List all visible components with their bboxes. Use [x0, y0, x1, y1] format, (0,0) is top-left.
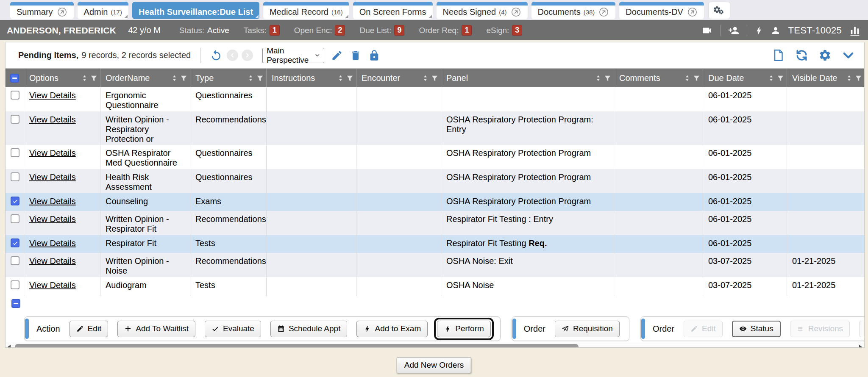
panel-title: Pending Items,	[18, 50, 78, 60]
column-header-instructions[interactable]: Instructions	[267, 69, 356, 87]
evaluate-button[interactable]: Evaluate	[205, 321, 261, 337]
filter-icon	[90, 74, 97, 82]
cell-visible-date	[787, 145, 864, 169]
tab-medical-record[interactable]: Medical Record(16)	[263, 2, 349, 19]
column-header-panel[interactable]: Panel	[441, 69, 614, 87]
horizontal-scrollbar[interactable]	[6, 343, 864, 348]
lock-icon[interactable]	[368, 50, 380, 61]
column-label: Encounter	[362, 73, 422, 83]
external-link-icon[interactable]	[511, 7, 521, 17]
gear-icon[interactable]	[818, 49, 832, 62]
cell-panel	[441, 87, 614, 111]
cell-comments	[614, 169, 703, 193]
tab-on-screen-forms[interactable]: On Screen Forms	[353, 2, 433, 19]
select-all-checkbox[interactable]	[10, 74, 19, 83]
undo-icon[interactable]	[210, 49, 223, 62]
external-link-icon[interactable]	[687, 7, 698, 17]
edit-button[interactable]: Edit	[70, 321, 108, 337]
column-header-encounter[interactable]: Encounter	[356, 69, 441, 87]
row-checkbox[interactable]	[11, 172, 19, 181]
scroll-left-arrow[interactable]	[8, 345, 11, 348]
select-all-footer-checkbox[interactable]	[11, 299, 20, 308]
perform-button[interactable]: Perform	[437, 321, 491, 337]
cell-type: Tests	[190, 277, 267, 296]
counter-badge: 3	[512, 25, 522, 36]
video-camera-icon[interactable]	[701, 25, 713, 36]
refresh-icon[interactable]	[795, 49, 808, 62]
collapse-chevron-icon[interactable]	[842, 49, 855, 62]
column-header-options[interactable]: Options	[24, 69, 100, 87]
tab-summary[interactable]: Summary	[10, 2, 74, 19]
tab-label: Admin	[84, 7, 108, 17]
add-to-exam-button[interactable]: Add to Exam	[356, 321, 428, 337]
view-details-link[interactable]: View Details	[29, 115, 76, 124]
view-details-link[interactable]: View Details	[29, 148, 76, 158]
cell-comments	[614, 87, 703, 111]
status-button[interactable]: Status	[732, 321, 781, 337]
tab-admin[interactable]: Admin(17)	[78, 2, 128, 19]
counter-esign[interactable]: eSign:3	[486, 25, 522, 36]
new-document-icon[interactable]	[772, 49, 785, 62]
counter-tasks[interactable]: Tasks:1	[244, 25, 280, 36]
perspective-select[interactable]: Main Perspective	[262, 48, 324, 63]
view-details-link[interactable]: View Details	[29, 197, 76, 206]
external-link-icon[interactable]	[57, 7, 67, 17]
external-link-icon[interactable]	[598, 7, 609, 17]
cell-encounter	[356, 169, 441, 193]
cell-panel: Respirator Fit Testing Req.	[441, 235, 614, 253]
requisition-button[interactable]: Requisition	[555, 321, 620, 337]
prev-page-button[interactable]	[227, 50, 238, 61]
sort-icon	[768, 74, 775, 82]
pending-items-panel: Pending Items, 9 records, 2 records sele…	[5, 42, 865, 348]
edit-perspective-icon[interactable]	[331, 50, 343, 61]
add-person-icon[interactable]	[727, 25, 740, 36]
view-details-link[interactable]: View Details	[29, 172, 76, 182]
row-checkbox[interactable]	[11, 214, 19, 223]
tab-documents[interactable]: Documents(38)	[531, 2, 616, 19]
add-new-orders-button[interactable]: Add New Orders	[397, 357, 471, 373]
row-checkbox[interactable]	[11, 256, 19, 265]
tab-documents-dv[interactable]: Documents-DV	[619, 2, 704, 19]
counter-order-req[interactable]: Order Req:1	[419, 25, 472, 36]
counter-open-enc[interactable]: Open Enc:2	[294, 25, 345, 36]
tab-label: Needs Signed	[443, 7, 496, 17]
button-label: Add to Exam	[375, 324, 421, 333]
column-header-comments[interactable]: Comments	[614, 69, 703, 87]
schedule-appt-button[interactable]: Schedule Appt	[270, 321, 348, 337]
tab-settings-button[interactable]	[708, 2, 730, 19]
row-checkbox[interactable]	[11, 91, 19, 100]
delete-perspective-icon[interactable]	[350, 50, 362, 61]
row-checkbox[interactable]	[11, 238, 19, 247]
view-details-link[interactable]: View Details	[29, 238, 76, 248]
column-header-visible-date[interactable]: Visible Date	[787, 69, 864, 87]
counter-due-list[interactable]: Due List:9	[359, 25, 404, 36]
bolt-icon[interactable]	[754, 25, 763, 36]
tab-needs-signed[interactable]: Needs Signed(4)	[437, 2, 528, 19]
cell-order-name: Ergonomic Questionnaire	[100, 87, 190, 111]
tab-label: Documents-DV	[626, 7, 683, 17]
tab-bar: SummaryAdmin(17)Health Surveillance:Due …	[0, 0, 868, 20]
next-page-button[interactable]	[242, 50, 253, 61]
cell-type: Recommendations	[190, 211, 267, 235]
row-checkbox[interactable]	[11, 148, 19, 157]
tab-health-surveillance-due-list[interactable]: Health Surveillance:Due List	[132, 2, 259, 19]
column-label: Instructions	[272, 73, 337, 83]
view-details-link[interactable]: View Details	[29, 214, 76, 224]
chevron-down-icon	[315, 52, 320, 58]
scrollbar-thumb[interactable]	[15, 344, 579, 348]
cell-encounter	[356, 193, 441, 211]
column-header-type[interactable]: Type	[190, 69, 267, 87]
row-checkbox[interactable]	[11, 280, 19, 289]
view-details-link[interactable]: View Details	[29, 256, 76, 266]
row-checkbox[interactable]	[11, 197, 19, 205]
bar-chart-icon[interactable]	[849, 25, 861, 36]
column-header-due-date[interactable]: Due Date	[703, 69, 787, 87]
scroll-right-arrow[interactable]	[859, 345, 862, 348]
add-to-waitlist-button[interactable]: Add To Waitlist	[117, 321, 195, 337]
view-details-link[interactable]: View Details	[29, 280, 76, 290]
view-details-link[interactable]: View Details	[29, 91, 76, 100]
row-checkbox[interactable]	[11, 115, 19, 124]
column-header-ordername[interactable]: OrderName	[100, 69, 190, 87]
cell-due-date: 03-07-2025	[703, 253, 787, 277]
cell-due-date: 06-01-2025	[703, 193, 787, 211]
